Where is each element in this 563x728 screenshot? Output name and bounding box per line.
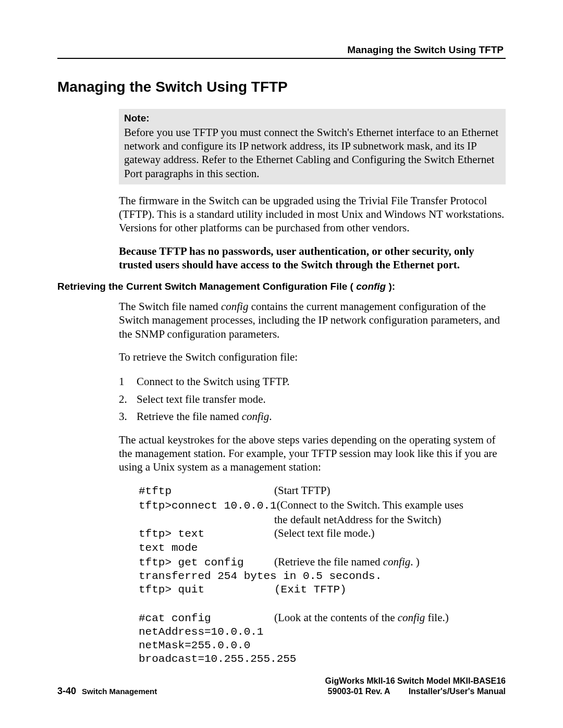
- footer-section: Switch Management: [82, 687, 157, 696]
- list-text: Select text file transfer mode.: [137, 391, 506, 409]
- para-firmware: The firmware in the Switch can be upgrad…: [119, 194, 506, 235]
- footer-doc-id: 59003-01 Rev. A Installer's/User's Manua…: [325, 686, 506, 697]
- li3-post: .: [269, 410, 272, 423]
- session-row: netMask=255.0.0.0: [139, 639, 506, 652]
- session-gap: [139, 597, 506, 611]
- session-output: netAddress=10.0.0.1: [139, 625, 263, 639]
- session-cmd: tftp> text: [139, 527, 274, 541]
- h2-post: ):: [389, 281, 396, 292]
- footer-left: 3-40 Switch Management: [57, 686, 157, 697]
- session-cmd: #cat config: [139, 612, 274, 625]
- session-row: netAddress=10.0.0.1: [139, 625, 506, 639]
- h2-ital: config: [353, 281, 389, 292]
- session-row: tftp>connect 10.0.0.1 (Connect to the Sw…: [139, 498, 506, 513]
- session-desc: (Retrieve the file named config. ): [274, 555, 506, 569]
- tftp-session: #tftp (Start TFTP) tftp>connect 10.0.0.1…: [139, 484, 506, 667]
- heading-2: Retrieving the Current Switch Management…: [57, 281, 506, 292]
- session-row: tftp> text (Select text file mode.): [139, 526, 506, 541]
- r8-pre: (Look at the contents of the: [274, 611, 398, 624]
- list-item: 1 Connect to the Switch using TFTP.: [119, 373, 506, 391]
- list-num: 1: [119, 373, 137, 391]
- session-row: the default netAddress for the Switch): [139, 513, 506, 526]
- session-desc-mono: (Exit TFTP): [274, 583, 347, 597]
- session-output: broadcast=10.255.255.255: [139, 652, 296, 666]
- session-cmd: tftp> quit: [139, 583, 274, 597]
- session-row: transferred 254 bytes in 0.5 seconds.: [139, 570, 506, 583]
- footer-page-num: 3-40: [57, 686, 76, 696]
- para3-pre: The Switch file named: [119, 300, 221, 313]
- session-output: netMask=255.0.0.0: [139, 639, 250, 652]
- session-row: tftp> get config (Retrieve the file name…: [139, 555, 506, 570]
- header-rule: [57, 58, 506, 59]
- session-row: #cat config (Look at the contents of the…: [139, 611, 506, 625]
- session-desc: (Connect to the Switch. This example use…: [277, 498, 506, 512]
- ordered-list: 1 Connect to the Switch using TFTP. 2. S…: [119, 373, 506, 426]
- list-item: 3. Retrieve the file named config.: [119, 408, 506, 426]
- body-indent: Note: Before you use TFTP you must conne…: [119, 109, 506, 272]
- para-security-warning: Because TFTP has no passwords, user auth…: [119, 244, 506, 272]
- session-desc: (Start TFTP): [274, 484, 506, 497]
- list-item: 2. Select text file transfer mode.: [119, 391, 506, 409]
- heading-1: Managing the Switch Using TFTP: [57, 79, 506, 95]
- r8-ital: config: [398, 611, 425, 624]
- para-config-desc: The Switch file named config contains th…: [119, 300, 506, 341]
- note-label: Note:: [124, 112, 500, 125]
- document-page: Managing the Switch Using TFTP Managing …: [0, 0, 563, 728]
- para-keystrokes: The actual keystrokes for the above step…: [119, 433, 506, 474]
- session-desc: (Look at the contents of the config file…: [274, 611, 506, 624]
- h2-pre: Retrieving the Current Switch Management…: [57, 281, 353, 292]
- li3-pre: Retrieve the file named: [137, 410, 242, 423]
- li3-ital: config: [242, 410, 270, 423]
- session-desc: (Select text file mode.): [274, 526, 506, 540]
- footer-manual: Installer's/User's Manual: [409, 687, 506, 696]
- body-indent-2: The Switch file named config contains th…: [119, 300, 506, 474]
- session-output: transferred 254 bytes in 0.5 seconds.: [139, 570, 382, 583]
- session-cmd: tftp>connect 10.0.0.1: [139, 499, 277, 513]
- r8-post: file.): [425, 611, 448, 624]
- session-row: tftp> quit (Exit TFTP): [139, 583, 506, 597]
- page-footer: 3-40 Switch Management GigWorks MkII-16 …: [57, 676, 506, 697]
- running-head: Managing the Switch Using TFTP: [57, 44, 506, 56]
- session-output: text mode: [139, 541, 198, 555]
- para3-ital: config: [221, 300, 249, 313]
- list-num: 2.: [119, 391, 137, 409]
- session-row: text mode: [139, 541, 506, 555]
- list-num: 3.: [119, 408, 137, 426]
- note-text: Before you use TFTP you must connect the…: [124, 126, 500, 180]
- list-text: Retrieve the file named config.: [137, 408, 506, 426]
- footer-product: GigWorks MkII-16 Switch Model MKII-BASE1…: [325, 676, 506, 686]
- session-cmd: #tftp: [139, 485, 274, 498]
- session-row: broadcast=10.255.255.255: [139, 652, 506, 666]
- session-cmd: tftp> get config: [139, 556, 274, 570]
- list-text: Connect to the Switch using TFTP.: [137, 373, 506, 391]
- r5-ital: config: [383, 556, 411, 568]
- note-box: Note: Before you use TFTP you must conne…: [119, 109, 506, 184]
- r5-pre: (Retrieve the file named: [274, 556, 383, 568]
- footer-rev: 59003-01 Rev. A: [328, 687, 390, 696]
- session-row: #tftp (Start TFTP): [139, 484, 506, 498]
- session-desc: the default netAddress for the Switch): [274, 513, 506, 526]
- footer-right: GigWorks MkII-16 Switch Model MKII-BASE1…: [325, 676, 506, 697]
- para-retrieve-intro: To retrieve the Switch configuration fil…: [119, 350, 506, 364]
- r5-post: . ): [410, 556, 420, 568]
